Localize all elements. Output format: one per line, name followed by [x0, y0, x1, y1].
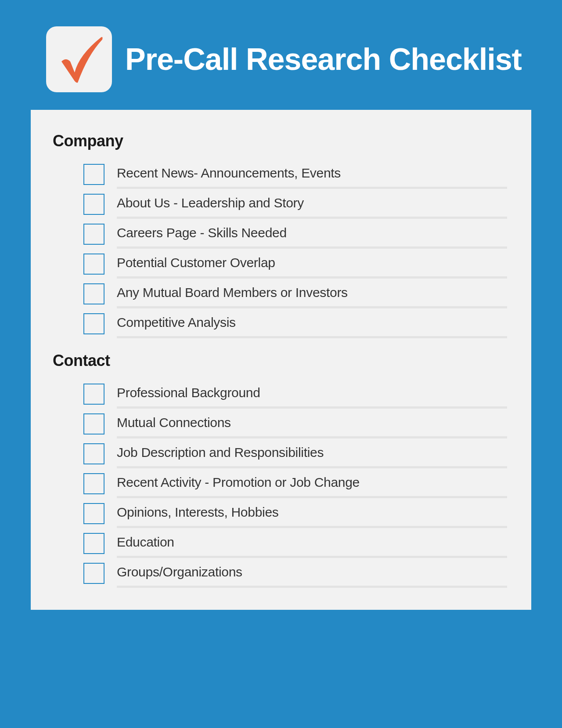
- item-label: Mutual Connections: [117, 415, 507, 430]
- item-label: Recent Activity - Promotion or Job Chang…: [117, 475, 507, 490]
- section-heading: Contact: [53, 351, 507, 370]
- item-label: Recent News- Announcements, Events: [117, 166, 507, 181]
- checklist-item: Groups/Organizations: [53, 560, 507, 588]
- underline: [117, 276, 507, 279]
- checklist-item: About Us - Leadership and Story: [53, 191, 507, 219]
- underline: [117, 466, 507, 468]
- item-content: Groups/Organizations: [117, 560, 507, 588]
- item-label: Any Mutual Board Members or Investors: [117, 285, 507, 300]
- checkbox[interactable]: [83, 563, 104, 584]
- item-content: About Us - Leadership and Story: [117, 191, 507, 219]
- underline: [117, 336, 507, 338]
- section-company: Company Recent News- Announcements, Even…: [53, 132, 507, 338]
- checkbox[interactable]: [83, 473, 104, 494]
- underline: [117, 586, 507, 588]
- item-content: Competitive Analysis: [117, 311, 507, 338]
- checkbox[interactable]: [83, 283, 104, 304]
- underline: [117, 496, 507, 498]
- checklist-item: Opinions, Interests, Hobbies: [53, 500, 507, 528]
- checklist-item: Potential Customer Overlap: [53, 251, 507, 279]
- underline: [117, 406, 507, 409]
- item-label: Education: [117, 535, 507, 550]
- checkbox[interactable]: [83, 384, 104, 405]
- item-content: Careers Page - Skills Needed: [117, 221, 507, 249]
- logo-box: [46, 26, 112, 92]
- checkbox[interactable]: [83, 254, 104, 275]
- checkbox[interactable]: [83, 413, 104, 435]
- checklist-item: Professional Background: [53, 381, 507, 409]
- checklist-item: Job Description and Responsibilities: [53, 441, 507, 468]
- checkbox[interactable]: [83, 533, 104, 554]
- item-content: Education: [117, 530, 507, 558]
- checkbox[interactable]: [83, 503, 104, 524]
- underline: [117, 217, 507, 219]
- underline: [117, 556, 507, 558]
- underline: [117, 526, 507, 528]
- section-heading: Company: [53, 132, 507, 150]
- underline: [117, 187, 507, 189]
- checklist-item: Competitive Analysis: [53, 311, 507, 338]
- checklist-item: Any Mutual Board Members or Investors: [53, 281, 507, 308]
- checkbox[interactable]: [83, 164, 104, 185]
- checkbox[interactable]: [83, 313, 104, 334]
- item-label: Professional Background: [117, 385, 507, 400]
- underline: [117, 436, 507, 438]
- item-label: Competitive Analysis: [117, 315, 507, 330]
- item-content: Recent News- Announcements, Events: [117, 161, 507, 189]
- item-content: Recent Activity - Promotion or Job Chang…: [117, 471, 507, 498]
- header: Pre-Call Research Checklist: [31, 26, 531, 92]
- item-label: Groups/Organizations: [117, 565, 507, 580]
- item-content: Job Description and Responsibilities: [117, 441, 507, 468]
- checklist-card: Company Recent News- Announcements, Even…: [31, 110, 531, 610]
- item-label: Opinions, Interests, Hobbies: [117, 505, 507, 520]
- item-content: Professional Background: [117, 381, 507, 409]
- checklist-item: Careers Page - Skills Needed: [53, 221, 507, 249]
- page-title: Pre-Call Research Checklist: [125, 43, 522, 76]
- item-label: About Us - Leadership and Story: [117, 196, 507, 210]
- item-label: Job Description and Responsibilities: [117, 445, 507, 460]
- section-contact: Contact Professional Background Mutual C…: [53, 351, 507, 588]
- item-content: Any Mutual Board Members or Investors: [117, 281, 507, 308]
- item-content: Potential Customer Overlap: [117, 251, 507, 279]
- item-label: Potential Customer Overlap: [117, 255, 507, 270]
- item-content: Opinions, Interests, Hobbies: [117, 500, 507, 528]
- underline: [117, 246, 507, 249]
- checkbox[interactable]: [83, 224, 104, 245]
- checkmark-icon: [50, 31, 108, 88]
- checklist-item: Education: [53, 530, 507, 558]
- checkbox[interactable]: [83, 194, 104, 215]
- checklist-item: Recent News- Announcements, Events: [53, 161, 507, 189]
- checkbox[interactable]: [83, 443, 104, 464]
- item-label: Careers Page - Skills Needed: [117, 225, 507, 240]
- checklist-item: Recent Activity - Promotion or Job Chang…: [53, 471, 507, 498]
- item-content: Mutual Connections: [117, 411, 507, 438]
- checklist-item: Mutual Connections: [53, 411, 507, 438]
- underline: [117, 306, 507, 308]
